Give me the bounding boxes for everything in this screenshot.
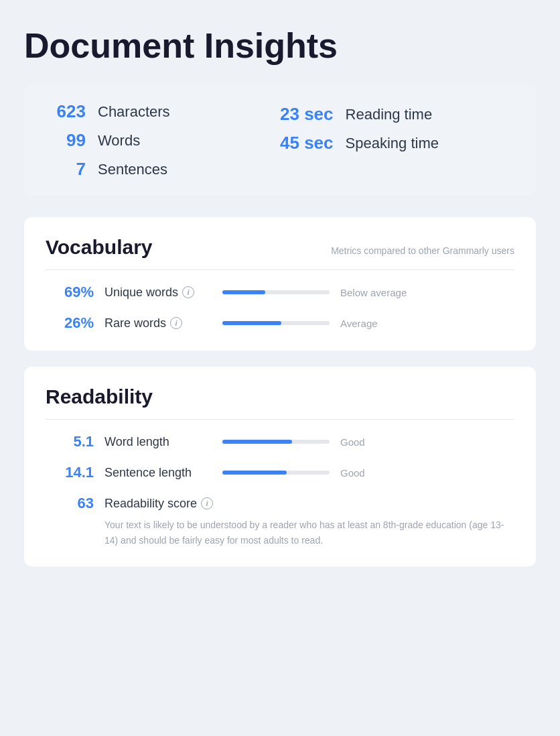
word-length-value: 5.1 (46, 433, 94, 450)
stat-row-reading-time: 23 sec Reading time (280, 104, 514, 125)
stat-row-words: 99 Words (46, 130, 280, 151)
sentence-length-row: 14.1 Sentence length Good (46, 464, 514, 481)
stat-label-speaking-time: Speaking time (346, 135, 439, 152)
word-length-progress-bar (222, 440, 330, 444)
rare-words-value: 26% (46, 314, 94, 332)
stats-card: 623 Characters 99 Words 7 Sentences 23 s… (24, 85, 536, 196)
readability-score-value: 63 (46, 495, 94, 512)
unique-words-rating: Below average (340, 287, 407, 298)
page-title: Document Insights (24, 27, 536, 65)
stat-row-characters: 623 Characters (46, 101, 280, 122)
unique-words-label: Unique words i (104, 286, 212, 300)
vocabulary-divider (46, 269, 514, 270)
stat-value-sentences: 7 (46, 159, 86, 180)
stat-label-characters: Characters (98, 103, 170, 121)
rare-words-progress-fill (222, 321, 281, 325)
word-length-rating: Good (340, 436, 407, 448)
sentence-length-progress-bar (222, 471, 330, 475)
rare-words-label: Rare words i (104, 316, 212, 330)
readability-score-info-icon[interactable]: i (201, 497, 213, 509)
word-length-row: 5.1 Word length Good (46, 433, 514, 450)
rare-words-rating: Average (340, 318, 407, 329)
unique-words-progress-fill (222, 290, 265, 294)
stat-value-words: 99 (46, 130, 86, 151)
stat-row-sentences: 7 Sentences (46, 159, 280, 180)
stat-value-reading-time: 23 sec (280, 104, 334, 125)
readability-divider (46, 419, 514, 420)
readability-score-row: 63 Readability score i (46, 495, 514, 512)
rare-words-row: 26% Rare words i Average (46, 314, 514, 332)
sentence-length-label: Sentence length (104, 466, 212, 480)
rare-words-info-icon[interactable]: i (170, 317, 182, 329)
unique-words-progress-bar (222, 290, 330, 294)
readability-score-label: Readability score i (104, 497, 213, 511)
unique-words-info-icon[interactable]: i (182, 286, 194, 298)
rare-words-progress-bar (222, 321, 330, 325)
stat-label-words: Words (98, 132, 140, 149)
sentence-length-rating: Good (340, 467, 407, 479)
vocabulary-title: Vocabulary (46, 236, 153, 259)
word-length-progress-container: Good (222, 436, 514, 448)
unique-words-progress-container: Below average (222, 287, 514, 298)
stats-grid: 623 Characters 99 Words 7 Sentences 23 s… (46, 101, 514, 180)
word-length-label: Word length (104, 435, 212, 449)
unique-words-row: 69% Unique words i Below average (46, 284, 514, 301)
stat-value-characters: 623 (46, 101, 86, 122)
rare-words-progress-container: Average (222, 318, 514, 329)
vocabulary-subtitle: Metrics compared to other Grammarly user… (331, 245, 514, 256)
readability-section: Readability 5.1 Word length Good 14.1 Se… (24, 367, 536, 566)
stats-right: 23 sec Reading time 45 sec Speaking time (280, 101, 514, 180)
readability-description: Your text is likely to be understood by … (46, 517, 514, 548)
readability-title: Readability (46, 385, 153, 408)
stat-value-speaking-time: 45 sec (280, 133, 334, 154)
stat-label-reading-time: Reading time (346, 106, 433, 123)
vocabulary-header: Vocabulary Metrics compared to other Gra… (46, 236, 514, 259)
stat-row-speaking-time: 45 sec Speaking time (280, 133, 514, 154)
word-length-progress-fill (222, 440, 292, 444)
vocabulary-section: Vocabulary Metrics compared to other Gra… (24, 217, 536, 351)
sentence-length-progress-fill (222, 471, 287, 475)
stats-left: 623 Characters 99 Words 7 Sentences (46, 101, 280, 180)
stat-label-sentences: Sentences (98, 161, 167, 178)
page-container: Document Insights 623 Characters 99 Word… (0, 0, 560, 616)
sentence-length-value: 14.1 (46, 464, 94, 481)
unique-words-value: 69% (46, 284, 94, 301)
readability-header: Readability (46, 385, 514, 408)
sentence-length-progress-container: Good (222, 467, 514, 479)
